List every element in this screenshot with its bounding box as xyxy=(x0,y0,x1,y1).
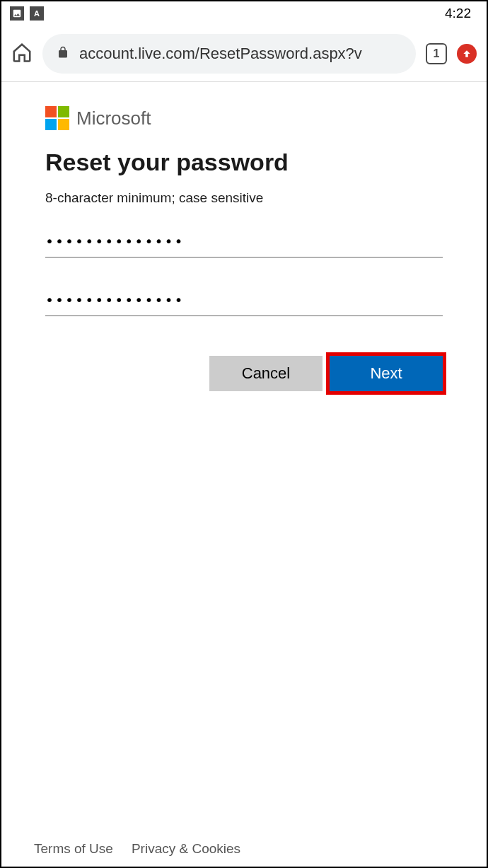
microsoft-logo: Microsoft xyxy=(45,106,443,130)
tab-switcher-button[interactable]: 1 xyxy=(426,43,447,64)
button-row: Cancel Next xyxy=(45,356,443,391)
image-notification-icon xyxy=(10,6,24,21)
url-text: account.live.com/ResetPassword.aspx?v xyxy=(79,45,362,63)
update-available-icon[interactable] xyxy=(457,44,477,64)
lock-icon xyxy=(57,45,69,62)
app-notification-icon: A xyxy=(30,6,44,21)
status-bar: A 4:22 xyxy=(1,1,487,25)
terms-of-use-link[interactable]: Terms of Use xyxy=(34,841,113,857)
address-bar[interactable]: account.live.com/ResetPassword.aspx?v xyxy=(42,34,416,74)
cancel-button[interactable]: Cancel xyxy=(209,356,323,391)
page-content: Microsoft Reset your password 8-characte… xyxy=(1,82,487,415)
microsoft-logo-icon xyxy=(45,106,69,130)
status-time: 4:22 xyxy=(445,6,478,21)
new-password-input[interactable] xyxy=(45,226,443,257)
footer: Terms of Use Privacy & Cookies xyxy=(1,831,487,867)
microsoft-logo-text: Microsoft xyxy=(76,108,151,129)
confirm-password-input[interactable] xyxy=(45,284,443,316)
browser-toolbar: account.live.com/ResetPassword.aspx?v 1 xyxy=(1,25,487,82)
status-icons-left: A xyxy=(10,6,44,21)
privacy-cookies-link[interactable]: Privacy & Cookies xyxy=(132,841,240,857)
password-hint: 8-character minimum; case sensitive xyxy=(45,190,443,206)
page-title: Reset your password xyxy=(45,149,443,176)
next-button[interactable]: Next xyxy=(330,356,443,391)
home-button[interactable] xyxy=(11,42,33,66)
